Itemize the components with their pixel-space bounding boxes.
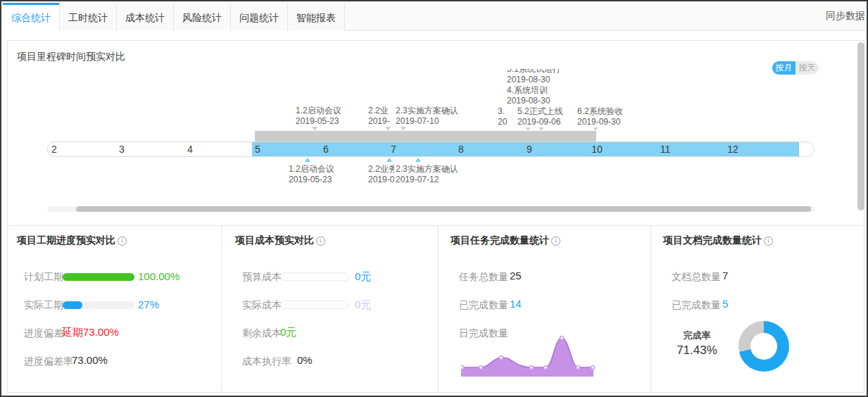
axis-tick: 6	[317, 144, 334, 155]
info-icon[interactable]: i	[764, 237, 773, 246]
info-icon[interactable]: i	[118, 237, 127, 246]
planned-milestone-label: 1.2启动会议 2019-05-23	[296, 106, 341, 127]
axis-tick: 12	[724, 144, 741, 155]
milestone-date: 2019-08-30	[507, 96, 550, 106]
milestone-name: 5.2正式上线	[517, 106, 563, 117]
axis-tick: 10	[589, 144, 605, 155]
completion-rate-value: 71.43%	[670, 344, 724, 358]
timeline-axis: 2 3 4 5 6 7 8 9 10 11 12	[47, 141, 814, 157]
donut-hole	[750, 333, 777, 360]
planned-milestone-label: 5.2正式上线 2019-09-06	[515, 106, 563, 127]
planned-duration-bar	[255, 131, 596, 141]
daily-completion-area-chart	[461, 332, 598, 380]
actual-cost-progress-track	[280, 301, 349, 309]
milestone-name: 2.3实施方案确认	[396, 106, 458, 116]
axis-tick: 5	[249, 144, 266, 155]
actual-marker-icon	[386, 158, 392, 162]
panel-title-documents: 项目文档完成数量统计i	[663, 234, 773, 247]
schedule-deviation-label: 进度偏差	[24, 327, 63, 340]
task-done-value: 14	[510, 298, 522, 310]
tab-summary-stats[interactable]: 综合统计	[3, 3, 60, 31]
milestone-name: 5.1系统试运行	[507, 69, 561, 75]
remaining-cost-label: 剩余成本	[242, 327, 282, 340]
doc-done-value: 5	[722, 298, 728, 310]
area-line	[461, 338, 593, 367]
task-total-value: 25	[510, 270, 522, 282]
budget-cost-progress-track	[280, 272, 349, 281]
sync-data-button[interactable]: 同步数据	[826, 10, 865, 23]
milestone-chart-title: 项目里程碑时间预实对比	[17, 51, 125, 63]
axis-tick: 7	[385, 144, 402, 155]
axis-tick: 8	[453, 144, 470, 155]
schedule-deviation-rate-value: 73.00%	[72, 354, 108, 366]
panel-divider	[650, 226, 651, 393]
actual-duration-progress-track	[63, 301, 134, 309]
panel-title-schedule: 项目工期进度预实对比i	[17, 234, 127, 247]
panel-title-text: 项目文档完成数量统计	[663, 234, 762, 246]
tab-issue-stats[interactable]: 问题统计	[231, 3, 288, 31]
planned-milestone-label: 4.系统培训 2019-08-30	[507, 85, 550, 106]
budget-cost-label: 预算成本	[242, 271, 282, 284]
planned-duration-label: 计划工期	[24, 271, 63, 284]
info-icon[interactable]: i	[316, 237, 325, 246]
actual-milestone-label: 2.3实施方案确认 2019-07-12	[394, 164, 458, 185]
schedule-deviation-rate-label: 进度偏差率	[24, 355, 73, 368]
cost-execution-rate-value: 0%	[297, 354, 313, 366]
toggle-by-month[interactable]: 按月	[772, 61, 795, 75]
area-fill	[461, 338, 593, 377]
milestone-date: 2019-08-30	[507, 75, 561, 85]
task-total-label: 任务总数量	[459, 271, 508, 284]
doc-total-label: 文档总数量	[672, 271, 721, 284]
milestone-date: 20	[498, 117, 507, 127]
panel-title-text: 项目成本预实对比	[235, 234, 314, 246]
milestone-date: 2019-09-06	[517, 117, 563, 127]
axis-tick: 9	[521, 144, 538, 155]
panel-divider	[438, 226, 439, 393]
milestone-date: 2019-07-12	[396, 175, 458, 185]
milestone-name: 1.2启动会议	[289, 164, 334, 175]
planned-duration-progressbar	[63, 273, 134, 281]
schedule-deviation-value: 延期73.00%	[62, 326, 119, 339]
axis-tick: 2	[47, 144, 63, 155]
actual-milestone-label: 2.2业务 2019-0	[368, 164, 397, 185]
panel-title-text: 项目任务完成数量统计	[451, 234, 549, 246]
panel-title-cost: 项目成本预实对比i	[235, 234, 325, 247]
actual-duration-progressbar	[63, 301, 82, 309]
tab-bar: 综合统计 工时统计 成本统计 风险统计 问题统计 智能报表 同步数据	[3, 3, 865, 31]
horizontal-scrollbar-thumb[interactable]	[76, 206, 811, 212]
panel-title-tasks: 项目任务完成数量统计i	[451, 234, 560, 247]
vertical-scrollbar-thumb[interactable]	[857, 42, 864, 210]
milestone-name: 3.	[498, 106, 507, 117]
actual-milestone-label: 1.2启动会议 2019-05-23	[289, 164, 334, 185]
milestone-name: 1.2启动会议	[296, 106, 341, 116]
milestone-name: 6.2系统验收	[577, 106, 623, 117]
milestone-date: 2019-	[368, 116, 390, 127]
milestone-date: 2019-05-23	[289, 175, 334, 185]
axis-tick: 3	[113, 144, 130, 155]
doc-total-value: 7	[722, 270, 728, 282]
planned-milestone-label-hidden: 3. 20	[498, 106, 507, 127]
tab-smart-report[interactable]: 智能报表	[288, 3, 345, 31]
cost-execution-rate-label: 成本执行率	[242, 355, 291, 368]
planned-milestone-label: 2.2业 2019-	[368, 106, 390, 127]
milestone-name: 2.2业务	[368, 164, 397, 175]
actual-cost-value: 0元	[355, 298, 371, 312]
completion-donut-chart	[738, 321, 789, 372]
planned-milestone-label: 6.2系统验收 2019-09-30	[574, 106, 623, 127]
actual-duration-value: 27%	[138, 298, 159, 310]
actual-cost-label: 实际成本	[242, 299, 282, 312]
tab-cost-stats[interactable]: 成本统计	[117, 3, 174, 31]
milestone-date: 2019-05-23	[296, 116, 341, 127]
tab-risk-stats[interactable]: 风险统计	[174, 3, 231, 31]
planned-milestone-label: 2.3实施方案确认 2019-07-10	[394, 106, 458, 127]
period-toggle: 按月 按天	[772, 61, 819, 75]
completion-rate-label: 完成率	[676, 329, 718, 342]
planned-milestone-label-clipped: 5.1系统试运行 2019-08-30	[507, 69, 561, 85]
info-icon[interactable]: i	[551, 237, 560, 246]
tab-hours-stats[interactable]: 工时统计	[60, 3, 117, 31]
milestone-date: 2019-07-10	[396, 116, 458, 127]
content-card	[7, 40, 864, 393]
actual-marker-icon	[305, 158, 310, 162]
milestone-name: 2.2业	[368, 106, 390, 116]
toggle-by-day[interactable]: 按天	[795, 61, 819, 75]
